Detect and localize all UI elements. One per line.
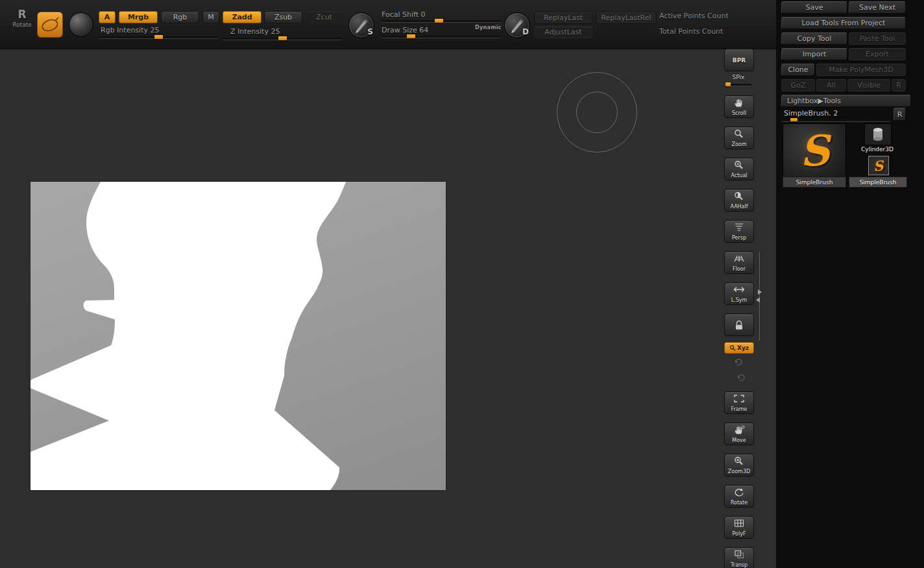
canvas-area[interactable]	[0, 49, 776, 568]
rotate-tool[interactable]: R Rotate	[8, 8, 36, 28]
hand-icon	[733, 97, 746, 108]
paste-tool-button: Paste Tool	[849, 32, 906, 45]
dim-shelf-icon-2[interactable]	[736, 373, 746, 382]
active-tool-thumbnail[interactable]: S	[783, 123, 846, 178]
adjust-last-button: AdjustLast	[534, 26, 592, 38]
tool-restore-button[interactable]: R	[894, 108, 906, 121]
magnifier-icon	[729, 345, 736, 351]
floor-button[interactable]: Floor	[724, 251, 754, 274]
goz-button: GoZ	[781, 79, 815, 92]
frame-button[interactable]: Frame	[724, 391, 754, 414]
rgb-intensity-slider-handle[interactable]	[154, 35, 163, 39]
tool-list-label-simplebrush[interactable]: SimpleBrush	[849, 177, 907, 188]
save-button[interactable]: Save	[781, 1, 847, 14]
spix-control[interactable]: SPix	[725, 74, 751, 88]
load-tools-from-project-button[interactable]: Load Tools From Project	[781, 17, 906, 29]
actual-size-icon	[733, 160, 746, 170]
lightbox-tools-button[interactable]: Lightbox▶Tools	[781, 95, 911, 107]
zoom-label: Zoom	[731, 142, 746, 149]
clone-button[interactable]: Clone	[781, 64, 815, 76]
floor-grid-icon	[733, 253, 746, 264]
bpr-button[interactable]: BPR	[724, 49, 754, 71]
document-canvas[interactable]	[30, 182, 446, 490]
rgb-button[interactable]: Rgb	[161, 11, 199, 23]
actual-button[interactable]: Actual	[724, 158, 754, 180]
spix-slider[interactable]	[725, 84, 751, 86]
total-points-count-label: Total Points Count	[659, 27, 723, 36]
anchor-button[interactable]: A	[99, 11, 116, 23]
lock-icon	[733, 319, 746, 331]
current-brush-button[interactable]	[37, 12, 63, 38]
simplebrush-logo-icon: S	[873, 157, 884, 174]
symmetry-arrows-icon	[733, 284, 746, 295]
panel-splitter[interactable]	[759, 252, 760, 341]
brush-cursor-inner	[576, 92, 618, 133]
aahalf-icon	[733, 191, 746, 201]
replay-last-rel-button: ReplayLastRel	[596, 12, 657, 24]
focal-shift-label: Focal Shift 0	[382, 10, 426, 19]
transp-label: Transp	[731, 562, 748, 568]
rgb-intensity-slider[interactable]	[99, 36, 218, 39]
frame-label: Frame	[731, 406, 748, 414]
rotate-icon	[733, 487, 746, 497]
zadd-button[interactable]: Zadd	[223, 11, 261, 23]
scroll-button[interactable]: Scroll	[724, 95, 754, 118]
tool-index-slider-handle[interactable]	[790, 118, 797, 121]
dynamic-label: Dynamic	[475, 25, 502, 31]
draw-size-slider-handle[interactable]	[407, 34, 415, 38]
spix-label: SPix	[725, 74, 751, 80]
draw-size-slider[interactable]	[382, 36, 501, 38]
hand-icon	[733, 425, 746, 435]
alpha-picker-button[interactable]: D	[504, 12, 530, 38]
tool-list-item-simplebrush[interactable]: S	[868, 156, 889, 175]
floor-label: Floor	[733, 266, 746, 273]
aahalf-label: AAHalf	[730, 204, 748, 211]
aahalf-button[interactable]: AAHalf	[724, 189, 754, 212]
focal-shift-slider-handle[interactable]	[435, 19, 443, 23]
save-next-button[interactable]: Save Next	[849, 1, 906, 14]
current-tool-name[interactable]: SimpleBrush. 2	[784, 109, 838, 117]
z-intensity-slider[interactable]	[223, 38, 342, 40]
zsub-button[interactable]: Zsub	[264, 11, 302, 23]
lsym-button[interactable]: L.Sym	[724, 282, 754, 305]
tool-list-label-cylinder3d[interactable]: Cylinder3D	[849, 144, 906, 154]
zcut-button: Zcut	[305, 11, 343, 23]
m-button[interactable]: M	[202, 11, 219, 23]
xyz-button[interactable]: Xyz	[724, 342, 754, 354]
tool-list-item-cylinder3d[interactable]	[864, 123, 892, 145]
material-sphere-button[interactable]	[69, 12, 93, 37]
persp-label: Persp	[732, 235, 746, 242]
splitter-open-icon[interactable]	[758, 290, 762, 295]
rotate-icon: R	[8, 8, 36, 21]
sculpt-silhouette	[30, 182, 446, 490]
tool-index-slider[interactable]	[781, 119, 890, 122]
splitter-close-icon[interactable]	[756, 297, 760, 303]
persp-button[interactable]: Persp	[724, 220, 754, 243]
bpr-label: BPR	[733, 57, 746, 64]
stroke-badge: S	[367, 27, 373, 36]
export-button: Export	[849, 48, 906, 60]
lock-button[interactable]	[724, 314, 754, 336]
cylinder-icon	[869, 126, 886, 143]
dim-shelf-icon-1[interactable]	[734, 357, 744, 367]
mrgb-button[interactable]: Mrgb	[119, 11, 158, 23]
rotate-label: Rotate	[8, 21, 36, 28]
lasso-brush-icon	[38, 12, 62, 37]
actual-label: Actual	[731, 173, 747, 180]
spix-slider-handle[interactable]	[725, 82, 731, 86]
copy-tool-button[interactable]: Copy Tool	[781, 32, 847, 45]
rotate3d-button[interactable]: Rotate	[724, 485, 754, 508]
draw-size-label: Draw Size 64	[382, 26, 428, 34]
import-button[interactable]: Import	[781, 48, 847, 60]
move-button[interactable]: Move	[724, 423, 754, 445]
zoom3d-button[interactable]: Zoom3D	[724, 454, 754, 476]
rotate-label: Rotate	[731, 500, 748, 507]
z-intensity-slider-handle[interactable]	[278, 36, 287, 40]
zoom-button[interactable]: Zoom	[724, 127, 754, 149]
focal-shift-slider[interactable]	[382, 20, 501, 23]
polyf-button[interactable]: PolyF	[724, 516, 754, 539]
polyf-label: PolyF	[733, 531, 746, 538]
stroke-picker-button[interactable]: S	[348, 12, 374, 38]
perspective-icon	[733, 222, 746, 232]
transp-button[interactable]: Transp	[724, 547, 754, 568]
